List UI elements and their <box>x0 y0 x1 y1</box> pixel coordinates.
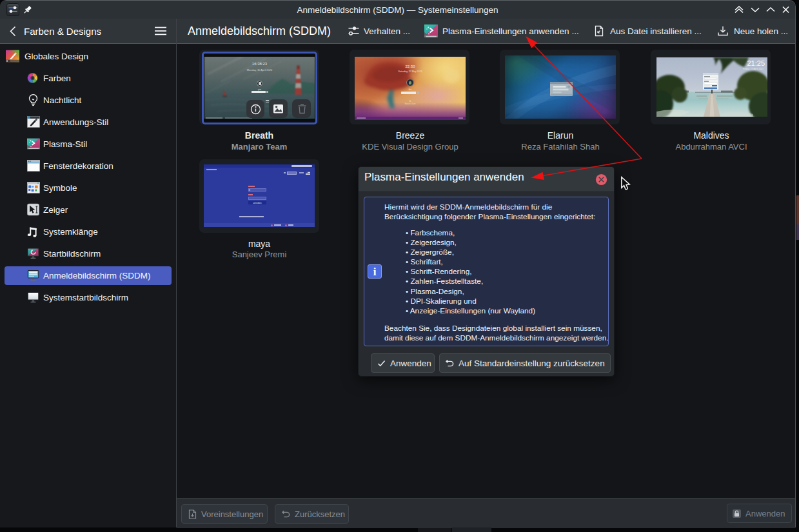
svg-text:i: i <box>373 266 377 278</box>
